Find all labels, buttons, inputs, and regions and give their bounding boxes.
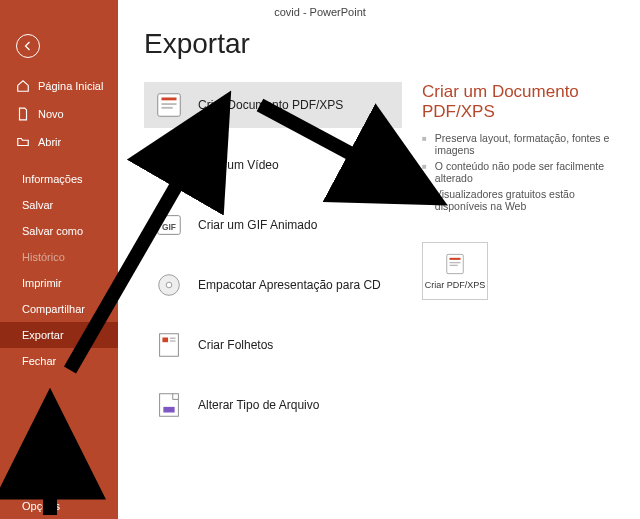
details-bullet: Preserva layout, formatação, fontes e im… bbox=[422, 132, 624, 156]
export-details-panel: Criar um Documento PDF/XPS Preserva layo… bbox=[422, 82, 640, 442]
nav-label: Fechar bbox=[22, 355, 56, 367]
export-label: Empacotar Apresentação para CD bbox=[198, 278, 381, 292]
svg-rect-13 bbox=[170, 338, 176, 339]
svg-rect-12 bbox=[162, 338, 168, 343]
action-label: Criar PDF/XPS bbox=[425, 280, 486, 290]
export-label: Criar um Vídeo bbox=[198, 158, 279, 172]
nav-close[interactable]: Fechar bbox=[0, 348, 118, 374]
export-label: Criar Documento PDF/XPS bbox=[198, 98, 343, 112]
filetype-icon bbox=[154, 390, 184, 420]
nav-comments[interactable]: Comentários bbox=[0, 467, 118, 493]
handouts-icon bbox=[154, 330, 184, 360]
svg-rect-3 bbox=[162, 107, 173, 109]
nav-save[interactable]: Salvar bbox=[0, 192, 118, 218]
back-button[interactable] bbox=[16, 34, 40, 58]
details-title: Criar um Documento PDF/XPS bbox=[422, 82, 624, 122]
nav-label: Novo bbox=[38, 108, 64, 120]
nav-label: Salvar bbox=[22, 199, 53, 211]
arrow-left-icon bbox=[22, 40, 34, 52]
svg-text:GIF: GIF bbox=[162, 222, 176, 232]
export-label: Criar um GIF Animado bbox=[198, 218, 317, 232]
nav-label: Histórico bbox=[22, 251, 65, 263]
nav-label: Imprimir bbox=[22, 277, 62, 289]
export-change-filetype[interactable]: Alterar Tipo de Arquivo bbox=[144, 382, 402, 428]
svg-rect-15 bbox=[160, 394, 179, 417]
nav-history: Histórico bbox=[0, 244, 118, 270]
nav-label: Abrir bbox=[38, 136, 61, 148]
nav-save-as[interactable]: Salvar como bbox=[0, 218, 118, 244]
export-pdf-xps[interactable]: Criar Documento PDF/XPS bbox=[144, 82, 402, 128]
nav-label: Informações bbox=[22, 173, 83, 185]
details-bullet: O conteúdo não pode ser facilmente alter… bbox=[422, 160, 624, 184]
nav-export[interactable]: Exportar bbox=[0, 322, 118, 348]
svg-point-10 bbox=[166, 282, 172, 288]
nav-share[interactable]: Compartilhar bbox=[0, 296, 118, 322]
export-label: Alterar Tipo de Arquivo bbox=[198, 398, 319, 412]
nav-label: Compartilhar bbox=[22, 303, 85, 315]
export-label: Criar Folhetos bbox=[198, 338, 273, 352]
nav-label: Salvar como bbox=[22, 225, 83, 237]
svg-rect-16 bbox=[163, 407, 174, 413]
export-handouts[interactable]: Criar Folhetos bbox=[144, 322, 402, 368]
nav-print[interactable]: Imprimir bbox=[0, 270, 118, 296]
svg-rect-18 bbox=[450, 258, 461, 260]
page-title: Exportar bbox=[144, 28, 640, 60]
svg-rect-11 bbox=[160, 334, 179, 357]
svg-rect-5 bbox=[158, 167, 181, 173]
nav-label: Opções bbox=[22, 500, 60, 512]
folder-open-icon bbox=[16, 135, 30, 149]
pdf-icon bbox=[154, 90, 184, 120]
nav-new[interactable]: Novo bbox=[0, 100, 118, 128]
export-list: Criar Documento PDF/XPS Criar um Vídeo G… bbox=[144, 82, 402, 442]
svg-rect-14 bbox=[170, 340, 176, 341]
svg-rect-17 bbox=[447, 254, 464, 273]
nav-open[interactable]: Abrir bbox=[0, 128, 118, 156]
svg-rect-2 bbox=[162, 103, 177, 105]
export-gif[interactable]: GIF Criar um GIF Animado bbox=[144, 202, 402, 248]
svg-rect-19 bbox=[450, 262, 461, 263]
backstage-content: Exportar Criar Documento PDF/XPS Criar u… bbox=[118, 0, 640, 519]
gif-icon: GIF bbox=[154, 210, 184, 240]
export-package-cd[interactable]: Empacotar Apresentação para CD bbox=[144, 262, 402, 308]
video-icon bbox=[154, 150, 184, 180]
pdf-icon bbox=[444, 252, 466, 276]
nav-home[interactable]: Página Inicial bbox=[0, 72, 118, 100]
details-bullet: Visualizadores gratuitos estão disponíve… bbox=[422, 188, 624, 212]
backstage-sidebar: Página Inicial Novo Abrir Informações Sa… bbox=[0, 0, 118, 519]
nav-label: Página Inicial bbox=[38, 80, 103, 92]
nav-label: Exportar bbox=[22, 329, 64, 341]
file-icon bbox=[16, 107, 30, 121]
create-pdf-xps-button[interactable]: Criar PDF/XPS bbox=[422, 242, 488, 300]
export-video[interactable]: Criar um Vídeo bbox=[144, 142, 402, 188]
svg-rect-20 bbox=[450, 265, 458, 266]
nav-label: Comentários bbox=[22, 474, 84, 486]
cd-icon bbox=[154, 270, 184, 300]
nav-options[interactable]: Opções bbox=[0, 493, 118, 519]
svg-rect-1 bbox=[162, 98, 177, 101]
home-icon bbox=[16, 79, 30, 93]
nav-info[interactable]: Informações bbox=[0, 166, 118, 192]
